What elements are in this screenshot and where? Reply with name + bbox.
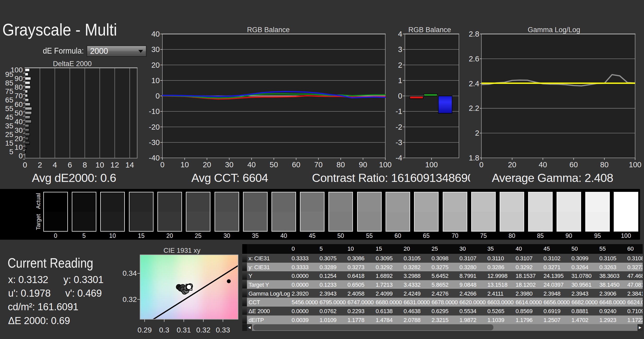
svg-text:1: 1 bbox=[398, 76, 402, 85]
svg-text:8: 8 bbox=[82, 160, 87, 169]
svg-text:0.33: 0.33 bbox=[216, 326, 230, 334]
svg-text:5: 5 bbox=[9, 148, 13, 156]
svg-text:0.31: 0.31 bbox=[177, 326, 191, 334]
svg-text:DeltaE 2000: DeltaE 2000 bbox=[53, 60, 92, 68]
svg-text:4: 4 bbox=[53, 160, 57, 169]
svg-text:0.32: 0.32 bbox=[123, 295, 137, 303]
svg-text:40: 40 bbox=[15, 118, 23, 126]
svg-text:0: 0 bbox=[19, 152, 23, 160]
svg-text:70: 70 bbox=[314, 160, 323, 169]
svg-text:0.32: 0.32 bbox=[196, 326, 211, 334]
svg-text:100: 100 bbox=[379, 160, 392, 169]
svg-text:100: 100 bbox=[629, 160, 641, 169]
svg-text:2.8: 2.8 bbox=[469, 30, 479, 38]
svg-text:2: 2 bbox=[38, 160, 42, 169]
svg-text:100: 100 bbox=[10, 66, 23, 74]
svg-text:14: 14 bbox=[125, 160, 134, 169]
svg-text:50: 50 bbox=[270, 160, 278, 169]
svg-text:20: 20 bbox=[15, 135, 23, 143]
svg-text:-30: -30 bbox=[149, 138, 160, 147]
svg-text:-20: -20 bbox=[149, 123, 160, 131]
svg-text:-40: -40 bbox=[149, 154, 160, 162]
svg-text:0: 0 bbox=[398, 92, 402, 100]
svg-text:0: 0 bbox=[156, 92, 160, 100]
svg-text:60: 60 bbox=[569, 160, 578, 169]
svg-text:0: 0 bbox=[160, 160, 164, 169]
svg-text:85: 85 bbox=[5, 79, 13, 87]
svg-text:40: 40 bbox=[151, 30, 160, 38]
svg-text:0: 0 bbox=[23, 160, 27, 169]
svg-text:40: 40 bbox=[247, 160, 256, 169]
svg-text:20: 20 bbox=[203, 160, 211, 169]
svg-text:90: 90 bbox=[359, 160, 367, 169]
svg-text:RGB Balance: RGB Balance bbox=[408, 26, 451, 34]
svg-text:0.34: 0.34 bbox=[123, 269, 137, 277]
svg-text:Gamma Log/Log: Gamma Log/Log bbox=[528, 26, 580, 34]
svg-text:10: 10 bbox=[180, 160, 189, 169]
svg-text:65: 65 bbox=[5, 96, 13, 104]
svg-text:-3: -3 bbox=[395, 138, 402, 147]
svg-text:0.29: 0.29 bbox=[138, 326, 152, 334]
svg-text:10: 10 bbox=[151, 76, 160, 85]
svg-text:3: 3 bbox=[398, 45, 402, 54]
svg-text:2.2: 2.2 bbox=[469, 104, 479, 112]
svg-text:60: 60 bbox=[15, 100, 23, 108]
svg-text:2: 2 bbox=[398, 61, 402, 69]
svg-text:30: 30 bbox=[225, 160, 233, 169]
svg-text:90: 90 bbox=[15, 74, 23, 83]
svg-text:35: 35 bbox=[5, 122, 13, 130]
svg-text:-10: -10 bbox=[149, 107, 160, 116]
svg-text:0: 0 bbox=[479, 160, 483, 169]
svg-text:1.8: 1.8 bbox=[469, 154, 479, 162]
svg-text:20: 20 bbox=[151, 61, 160, 69]
svg-text:70: 70 bbox=[15, 92, 23, 100]
svg-text:40: 40 bbox=[539, 160, 547, 169]
svg-text:55: 55 bbox=[5, 105, 13, 113]
svg-text:50: 50 bbox=[15, 109, 23, 117]
svg-text:75: 75 bbox=[5, 87, 13, 95]
svg-text:10: 10 bbox=[95, 160, 104, 169]
svg-text:80: 80 bbox=[336, 160, 345, 169]
svg-text:4: 4 bbox=[398, 30, 402, 38]
svg-text:-1: -1 bbox=[395, 107, 402, 116]
svg-text:30: 30 bbox=[15, 126, 23, 134]
svg-text:80: 80 bbox=[600, 160, 608, 169]
svg-text:2.4: 2.4 bbox=[469, 79, 479, 88]
svg-text:10: 10 bbox=[15, 143, 23, 151]
svg-text:-2: -2 bbox=[395, 123, 402, 131]
svg-text:25: 25 bbox=[5, 130, 13, 139]
svg-text:-4: -4 bbox=[395, 154, 402, 162]
svg-text:2.6: 2.6 bbox=[469, 55, 479, 63]
svg-text:RGB Balance: RGB Balance bbox=[247, 26, 290, 34]
svg-text:6: 6 bbox=[68, 160, 72, 169]
svg-text:80: 80 bbox=[15, 83, 23, 91]
svg-text:15: 15 bbox=[5, 139, 13, 147]
svg-text:0.3: 0.3 bbox=[159, 326, 169, 334]
svg-text:45: 45 bbox=[5, 113, 13, 121]
svg-text:CIE 1931 xy: CIE 1931 xy bbox=[163, 246, 200, 254]
svg-text:12: 12 bbox=[110, 160, 119, 169]
svg-text:60: 60 bbox=[292, 160, 300, 169]
svg-text:20: 20 bbox=[508, 160, 516, 169]
svg-text:30: 30 bbox=[151, 45, 160, 54]
svg-text:100: 100 bbox=[425, 160, 438, 169]
svg-text:2: 2 bbox=[475, 129, 479, 137]
